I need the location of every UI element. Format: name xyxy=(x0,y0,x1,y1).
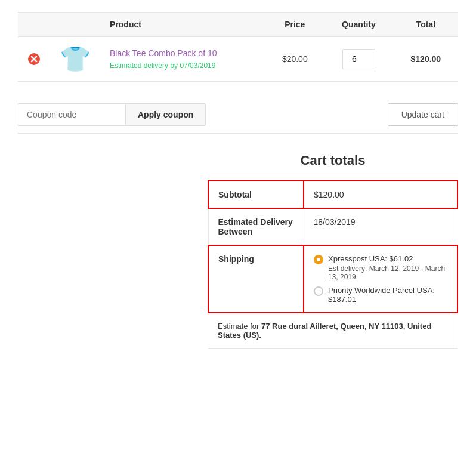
shipping-option-priority: Priority Worldwide Parcel USA: $187.01 xyxy=(314,286,447,304)
page-wrapper: Product Price Quantity Total xyxy=(0,0,476,360)
coupon-left: Apply coupon xyxy=(18,103,206,126)
product-info-cell: Black Tee Combo Pack of 10 Estimated del… xyxy=(100,37,265,82)
cart-totals-title: Cart totals xyxy=(208,153,458,168)
delivery-label: Estimated Delivery Between xyxy=(208,208,304,245)
estimate-for-label: Estimate for xyxy=(218,322,259,331)
coupon-code-input[interactable] xyxy=(18,103,125,126)
delivery-row: Estimated Delivery Between 18/03/2019 xyxy=(208,208,458,245)
delivery-value: 18/03/2019 xyxy=(304,208,458,245)
quantity-cell xyxy=(324,37,393,82)
estimated-delivery-text: Estimated delivery by 07/03/2019 xyxy=(110,61,215,70)
table-row: 👕 Black Tee Combo Pack of 10 Estimated d… xyxy=(18,37,458,82)
shipping-options-list: Xpresspost USA: $61.02 Est delivery: Mar… xyxy=(314,254,447,304)
subtotal-value: $120.00 xyxy=(304,181,458,208)
update-cart-button[interactable]: Update cart xyxy=(388,103,458,126)
priority-label: Priority Worldwide Parcel USA: $187.01 xyxy=(328,286,447,304)
shipping-option-xpresspost-info: Xpresspost USA: $61.02 Est delivery: Mar… xyxy=(328,254,447,281)
radio-selected-icon[interactable] xyxy=(314,255,323,264)
cart-totals: Cart totals Subtotal $120.00 Estimated D… xyxy=(208,153,458,349)
product-thumbnail-cell: 👕 xyxy=(50,37,100,82)
xpresspost-label: Xpresspost USA: $61.02 xyxy=(328,254,447,263)
close-circle-icon xyxy=(27,53,41,66)
subtotal-label: Subtotal xyxy=(208,181,304,208)
price-cell: $20.00 xyxy=(265,37,324,82)
radio-unselected-icon[interactable] xyxy=(314,286,323,296)
cart-table: Product Price Quantity Total xyxy=(18,12,458,82)
total-cell: $120.00 xyxy=(394,37,458,82)
col-header-empty xyxy=(18,13,100,37)
col-header-quantity: Quantity xyxy=(324,13,393,37)
apply-coupon-button[interactable]: Apply coupon xyxy=(125,103,206,126)
shipping-row: Shipping Xpresspost USA: $61.02 Est deli… xyxy=(208,245,458,313)
shipping-option-priority-info: Priority Worldwide Parcel USA: $187.01 xyxy=(328,286,447,304)
col-header-total: Total xyxy=(394,13,458,37)
xpresspost-delivery-range: Est delivery: March 12, 2019 - March 13,… xyxy=(328,264,447,281)
subtotal-row: Subtotal $120.00 xyxy=(208,181,458,208)
col-header-price: Price xyxy=(265,13,324,37)
totals-table: Subtotal $120.00 Estimated Delivery Betw… xyxy=(208,180,458,313)
coupon-row: Apply coupon Update cart xyxy=(18,96,458,134)
shipping-option-xpresspost: Xpresspost USA: $61.02 Est delivery: Mar… xyxy=(314,254,447,281)
shipping-options-cell: Xpresspost USA: $61.02 Est delivery: Mar… xyxy=(304,245,458,313)
quantity-input[interactable] xyxy=(342,49,375,69)
shipping-label: Shipping xyxy=(208,245,304,313)
remove-cell xyxy=(18,37,50,82)
remove-item-button[interactable] xyxy=(27,53,41,66)
col-header-product: Product xyxy=(100,13,265,37)
tshirt-icon: 👕 xyxy=(60,47,91,72)
estimate-address-block: Estimate for 77 Rue dural Ailleret, Quee… xyxy=(208,313,458,349)
cart-totals-section: Cart totals Subtotal $120.00 Estimated D… xyxy=(18,153,458,349)
product-name-link[interactable]: Black Tee Combo Pack of 10 xyxy=(110,48,256,58)
